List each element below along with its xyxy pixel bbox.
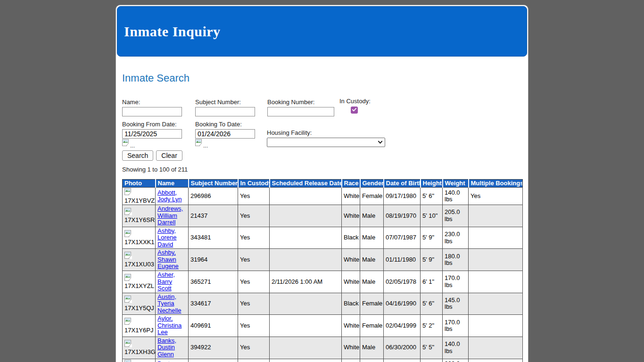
results-summary: Showing 1 to 100 of 211 [122, 166, 188, 173]
inmate-name-cell: Ashby, Shawn Eugene [156, 249, 189, 271]
calendar-button-alt-text: ... [130, 143, 135, 148]
inmate-name-cell: Andrews, William Darrell [156, 205, 189, 227]
table-header-row: Photo Name Subject Number In Custody Sch… [123, 180, 523, 188]
booking-number-input[interactable] [267, 107, 334, 116]
booking-from-calendar-button[interactable]: ... [122, 140, 182, 148]
weight-cell: 180.0 lbs [443, 249, 469, 271]
page-header-banner: Inmate Inquiry [117, 6, 527, 57]
date-of-birth-cell: 04/16/1990 [384, 293, 421, 315]
multiple-bookings-cell [469, 227, 523, 249]
inmate-name-link[interactable]: Asher, Barry Scott [157, 271, 175, 292]
scheduled-release-cell [270, 249, 342, 271]
inmate-results-table: Photo Name Subject Number In Custody Sch… [122, 179, 523, 362]
booking-to-input[interactable] [195, 129, 255, 139]
col-header-date-of-birth: Date of Birth [384, 180, 421, 188]
inmate-name-link[interactable]: Baxter, Destiny [157, 360, 178, 362]
broken-image-icon [195, 139, 203, 148]
booking-from-input[interactable] [122, 129, 182, 139]
broken-image-icon [124, 342, 132, 349]
checkbox-check-icon [352, 107, 357, 114]
clear-button[interactable]: Clear [156, 150, 182, 161]
inmate-search-form: Name: Subject Number: Booking Number: In… [122, 99, 522, 179]
subject-number-cell: 296986 [189, 188, 238, 205]
subject-number-cell: 343481 [189, 227, 238, 249]
col-header-multiple-bookings: Multiple Bookings [469, 180, 523, 188]
inmate-name-link[interactable]: Ashby, Lorene David [157, 227, 176, 248]
calendar-button-alt-text: ... [203, 143, 208, 148]
weight-cell: 205.0 lbs [443, 205, 469, 227]
search-button[interactable]: Search [122, 150, 153, 161]
inmate-name-link[interactable]: Banks, Dustin Glenn [157, 337, 176, 358]
broken-image-icon [124, 210, 132, 217]
date-of-birth-cell: 06/30/2000 [384, 337, 421, 359]
name-input[interactable] [122, 107, 182, 116]
booking-from-label: Booking From Date: [122, 121, 182, 128]
inmate-name-cell: Asher, Barry Scott [156, 271, 189, 293]
scheduled-release-cell [270, 337, 342, 359]
height-cell: 5' 5" [421, 337, 443, 359]
col-header-race: Race [342, 180, 360, 188]
multiple-bookings-cell [469, 315, 523, 337]
inmate-name-link[interactable]: Ashby, Shawn Eugene [157, 249, 179, 270]
in-custody-cell: Yes [238, 315, 270, 337]
col-header-in-custody: In Custody [238, 180, 270, 188]
weight-cell: 170.0 lbs [443, 271, 469, 293]
broken-image-icon [124, 320, 132, 327]
broken-image-icon [124, 232, 132, 239]
photo-alt-text: 17X1XU03 [124, 261, 153, 268]
in-custody-label: In Custody: [339, 98, 371, 105]
weight-cell: 200.0 lbs [443, 359, 469, 362]
table-row: 17X1XYZLAsher, Barry Scott365271Yes2/11/… [123, 271, 523, 293]
race-cell: White [342, 315, 360, 337]
inmate-name-link[interactable]: Aylor, Christina Lee [157, 315, 182, 336]
in-custody-cell: Yes [238, 293, 270, 315]
race-cell: Black [342, 227, 360, 249]
date-of-birth-cell: 01/11/1980 [384, 249, 421, 271]
gender-cell: Female [360, 293, 384, 315]
in-custody-cell: Yes [238, 205, 270, 227]
inmate-name-cell: Austin, Tyeria Nechelle [156, 293, 189, 315]
scheduled-release-cell [270, 359, 342, 362]
col-header-height: Height [421, 180, 443, 188]
multiple-bookings-cell [469, 249, 523, 271]
inmate-name-cell: Baxter, Destiny [156, 359, 189, 362]
subject-number-cell: 365271 [189, 271, 238, 293]
inmate-inquiry-panel: Inmate Inquiry Inmate Search Name: Subje… [116, 5, 528, 362]
inmate-name-cell: Banks, Dustin Glenn [156, 337, 189, 359]
date-of-birth-cell: 02/04/1999 [384, 315, 421, 337]
in-custody-cell: Yes [238, 359, 270, 362]
inmate-name-link[interactable]: Abbott, Jody Lyn [157, 189, 182, 203]
photo-alt-text: 17X1XXK1 [124, 239, 153, 246]
weight-cell: 140.0 lbs [443, 188, 469, 205]
gender-cell: Male [360, 337, 384, 359]
multiple-bookings-cell [469, 337, 523, 359]
page-title: Inmate Inquiry [124, 24, 221, 40]
photo-alt-text: 17X1YBVZ [124, 197, 153, 205]
booking-to-calendar-button[interactable]: ... [195, 140, 255, 148]
broken-image-icon [122, 139, 130, 148]
in-custody-checkbox[interactable] [351, 107, 358, 114]
scheduled-release-cell [270, 188, 342, 205]
page-content: Inmate Search Name: Subject Number: Book… [116, 72, 528, 362]
housing-facility-label: Housing Facility: [267, 129, 385, 136]
scheduled-release-cell [270, 205, 342, 227]
col-header-weight: Weight [443, 180, 469, 188]
table-row: 17X1XH3GBanks, Dustin Glenn394922YesWhit… [123, 337, 523, 359]
weight-cell: 145.0 lbs [443, 293, 469, 315]
date-of-birth-cell: 02/05/1978 [384, 271, 421, 293]
col-header-gender: Gender [360, 180, 384, 188]
inmate-name-cell: Aylor, Christina Lee [156, 315, 189, 337]
booking-number-label: Booking Number: [267, 99, 334, 106]
housing-facility-select[interactable] [267, 138, 385, 147]
subject-number-input[interactable] [195, 107, 255, 116]
inmate-name-link[interactable]: Austin, Tyeria Nechelle [157, 293, 182, 314]
date-of-birth-cell: 07/07/1987 [384, 227, 421, 249]
inmate-photo-cell: 17X1Y8PK [123, 359, 156, 362]
height-cell: 5' 6" [421, 293, 443, 315]
height-cell: 5' 9" [421, 249, 443, 271]
date-of-birth-cell: 01/29/2005 [384, 359, 421, 362]
multiple-bookings-cell [469, 205, 523, 227]
table-row: 17X1XU03Ashby, Shawn Eugene31964YesWhite… [123, 249, 523, 271]
multiple-bookings-cell [469, 271, 523, 293]
inmate-name-link[interactable]: Andrews, William Darrell [157, 205, 183, 226]
